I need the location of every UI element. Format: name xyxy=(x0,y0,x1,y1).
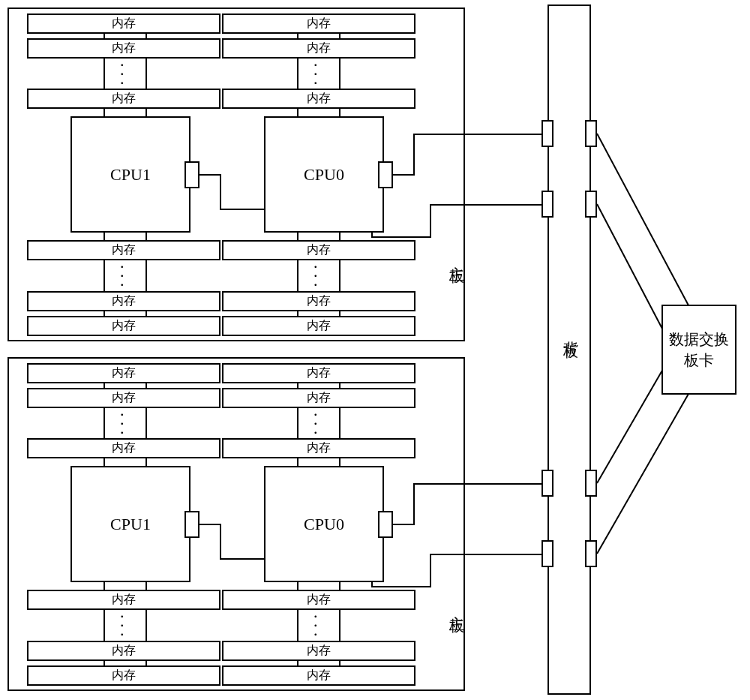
memory-label: 内存 xyxy=(307,41,331,56)
ellipsis-icon: ··· xyxy=(314,263,318,290)
memory-label: 内存 xyxy=(307,242,331,258)
memory-module: 内存 xyxy=(222,240,416,260)
backplane-connector xyxy=(585,470,597,497)
ellipsis-icon: ··· xyxy=(314,61,318,88)
memory-module: 内存 xyxy=(222,291,416,311)
backplane-connector xyxy=(542,540,554,567)
cpu0-label: CPU0 xyxy=(304,165,344,185)
memory-label: 内存 xyxy=(307,440,331,456)
ellipsis-icon: ··· xyxy=(120,61,124,88)
ellipsis-icon: ··· xyxy=(120,410,124,437)
memory-label: 内存 xyxy=(112,293,136,309)
memory-label: 内存 xyxy=(112,365,136,381)
backplane-connector xyxy=(585,191,597,218)
ellipsis-icon: ··· xyxy=(314,410,318,437)
memory-label: 内存 xyxy=(112,668,136,683)
cpu0-right-connector xyxy=(378,161,393,188)
memory-module: 内存 xyxy=(27,316,220,336)
memory-label: 内存 xyxy=(112,91,136,107)
memory-module: 内存 xyxy=(27,240,220,260)
memory-module: 内存 xyxy=(222,14,416,34)
cpu0-right-connector xyxy=(378,511,393,538)
cpu1-block: CPU1 xyxy=(70,116,190,233)
memory-label: 内存 xyxy=(307,16,331,32)
memory-module: 内存 xyxy=(222,89,416,109)
memory-module: 内存 xyxy=(222,388,416,408)
memory-label: 内存 xyxy=(112,592,136,608)
memory-module: 内存 xyxy=(27,438,220,458)
cpu1-label: CPU1 xyxy=(110,515,151,534)
memory-label: 内存 xyxy=(112,440,136,456)
memory-module: 内存 xyxy=(222,665,416,686)
memory-module: 内存 xyxy=(27,89,220,109)
memory-module: 内存 xyxy=(27,291,220,311)
memory-module: 内存 xyxy=(27,38,220,59)
memory-label: 内存 xyxy=(112,643,136,659)
cpu1-right-connector xyxy=(184,511,200,538)
backplane-connector xyxy=(585,540,597,567)
svg-line-2 xyxy=(597,394,688,554)
cpu1-right-connector xyxy=(184,161,200,188)
svg-line-0 xyxy=(597,134,688,305)
svg-line-1 xyxy=(597,204,663,330)
memory-module: 内存 xyxy=(222,38,416,59)
backplane xyxy=(548,5,591,695)
memory-label: 内存 xyxy=(307,668,331,683)
memory-label: 内存 xyxy=(112,41,136,56)
motherboard-1-label: 主板 xyxy=(447,603,467,609)
backplane-label: 背板 xyxy=(561,329,581,335)
memory-label: 内存 xyxy=(112,390,136,406)
memory-module: 内存 xyxy=(27,388,220,408)
memory-module: 内存 xyxy=(27,363,220,383)
cpu1-block: CPU1 xyxy=(70,466,190,582)
memory-module: 内存 xyxy=(222,590,416,610)
memory-module: 内存 xyxy=(27,665,220,686)
memory-module: 内存 xyxy=(27,590,220,610)
memory-label: 内存 xyxy=(112,242,136,258)
memory-label: 内存 xyxy=(307,293,331,309)
svg-line-3 xyxy=(597,369,663,483)
switch-card-label: 数据交换板卡 xyxy=(669,329,729,371)
memory-module: 内存 xyxy=(222,363,416,383)
backplane-connector xyxy=(542,120,554,147)
memory-label: 内存 xyxy=(307,643,331,659)
memory-module: 内存 xyxy=(222,316,416,336)
cpu1-label: CPU1 xyxy=(110,165,151,185)
memory-module: 内存 xyxy=(27,14,220,34)
ellipsis-icon: ··· xyxy=(314,612,318,639)
ellipsis-icon: ··· xyxy=(120,612,124,639)
cpu0-block: CPU0 xyxy=(264,466,384,582)
memory-label: 内存 xyxy=(307,592,331,608)
memory-label: 内存 xyxy=(307,318,331,334)
memory-module: 内存 xyxy=(27,641,220,661)
memory-label: 内存 xyxy=(307,365,331,381)
backplane-connector xyxy=(542,470,554,497)
cpu0-label: CPU0 xyxy=(304,515,344,534)
data-switch-card: 数据交换板卡 xyxy=(662,305,736,395)
memory-label: 内存 xyxy=(307,91,331,107)
cpu0-block: CPU0 xyxy=(264,116,384,233)
memory-label: 内存 xyxy=(307,390,331,406)
memory-label: 内存 xyxy=(112,318,136,334)
backplane-connector xyxy=(542,191,554,218)
memory-module: 内存 xyxy=(222,438,416,458)
memory-label: 内存 xyxy=(112,16,136,32)
memory-module: 内存 xyxy=(222,641,416,661)
ellipsis-icon: ··· xyxy=(120,263,124,290)
motherboard-0-label: 主板 xyxy=(447,254,467,260)
backplane-connector xyxy=(585,120,597,147)
